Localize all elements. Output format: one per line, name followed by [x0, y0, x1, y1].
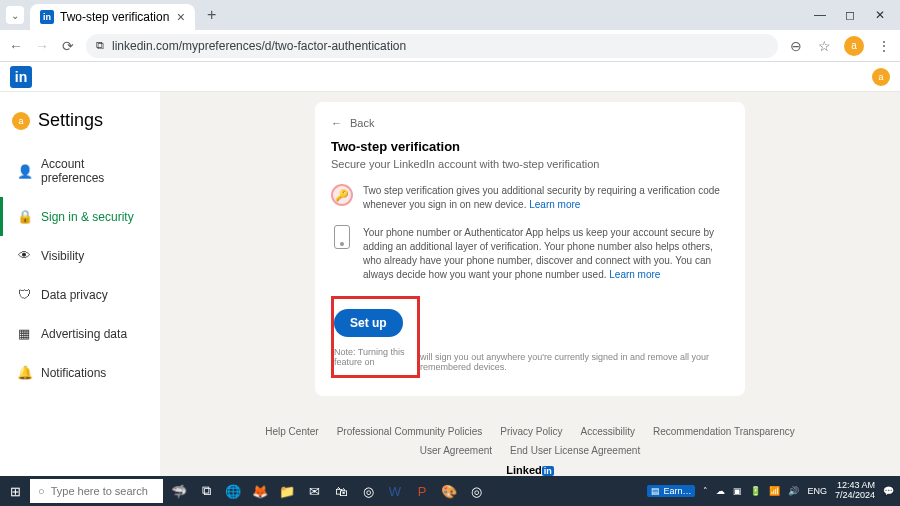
bookmark-icon[interactable]: ☆ — [816, 38, 832, 54]
back-icon[interactable]: ← — [8, 38, 24, 54]
sidebar-item-account-preferences[interactable]: 👤 Account preferences — [0, 145, 160, 197]
back-label: Back — [350, 117, 374, 129]
main-content: ← Back Two-step verification Secure your… — [160, 92, 900, 476]
news-widget[interactable]: ▤ Earn… — [647, 485, 695, 497]
person-icon: 👤 — [17, 164, 31, 179]
sidebar-item-label: Notifications — [41, 366, 106, 380]
powerpoint-icon[interactable]: P — [412, 481, 432, 501]
info-row-1: 🔑 Two step verification gives you additi… — [331, 184, 729, 212]
close-tab-icon[interactable]: × — [177, 9, 185, 25]
forward-icon[interactable]: → — [34, 38, 50, 54]
taskbar-search[interactable]: ○ Type here to search — [30, 479, 163, 503]
taskbar-apps: 🦈 ⧉ 🌐 🦊 📁 ✉ 🛍 ◎ W P 🎨 ◎ — [169, 481, 486, 501]
page-footer: Help Center Professional Community Polic… — [180, 396, 880, 476]
two-step-card: ← Back Two-step verification Secure your… — [315, 102, 745, 396]
volume-icon[interactable]: 🔊 — [788, 486, 799, 496]
sidebar-item-signin-security[interactable]: 🔒 Sign in & security — [0, 197, 160, 236]
battery-icon[interactable]: 🔋 — [750, 486, 761, 496]
page-title: Settings — [38, 110, 103, 131]
profile-avatar[interactable]: a — [844, 36, 864, 56]
wifi-icon[interactable]: 📶 — [769, 486, 780, 496]
linkedin-header: in a — [0, 62, 900, 92]
kebab-menu-icon[interactable]: ⋮ — [876, 38, 892, 54]
note-head: Note: Turning this feature on — [334, 347, 405, 367]
info-text-1: Two step verification gives you addition… — [363, 184, 729, 212]
sidebar-item-visibility[interactable]: 👁 Visibility — [0, 236, 160, 275]
sidebar-item-label: Sign in & security — [41, 210, 134, 224]
footer-link[interactable]: Privacy Policy — [500, 426, 562, 437]
learn-more-link-1[interactable]: Learn more — [529, 199, 580, 210]
lock-icon: 🔒 — [17, 209, 31, 224]
info-row-2: Your phone number or Authenticator App h… — [331, 226, 729, 282]
setup-button[interactable]: Set up — [334, 309, 403, 337]
task-view-icon[interactable]: ⧉ — [196, 481, 216, 501]
zoom-icon[interactable]: ⊖ — [788, 38, 804, 54]
footer-row-2: User Agreement End User License Agreemen… — [180, 445, 880, 456]
linkedin-logo[interactable]: in — [10, 66, 32, 88]
footer-brand: Linkedin — [180, 464, 880, 476]
footer-link[interactable]: Help Center — [265, 426, 318, 437]
back-link[interactable]: ← Back — [331, 117, 729, 129]
search-icon: ○ — [38, 485, 45, 497]
minimize-icon[interactable]: — — [812, 8, 828, 22]
browser-toolbar: ← → ⟳ ⧉ linkedin.com/mypreferences/d/two… — [0, 30, 900, 62]
info-text-2: Your phone number or Authenticator App h… — [363, 226, 729, 282]
eye-icon: 👁 — [17, 248, 31, 263]
sidebar-item-notifications[interactable]: 🔔 Notifications — [0, 353, 160, 392]
taskbar-clock[interactable]: 12:43 AM 7/24/2024 — [835, 481, 875, 501]
close-window-icon[interactable]: ✕ — [872, 8, 888, 22]
settings-heading: a Settings — [0, 110, 160, 145]
chrome-icon-1[interactable]: ◎ — [358, 481, 378, 501]
sidebar-item-label: Visibility — [41, 249, 84, 263]
footer-link[interactable]: User Agreement — [420, 445, 492, 456]
edge-icon[interactable]: 🌐 — [223, 481, 243, 501]
newspaper-icon: ▦ — [17, 326, 31, 341]
footer-link[interactable]: End User License Agreement — [510, 445, 640, 456]
site-info-icon[interactable]: ⧉ — [96, 39, 104, 52]
paint-icon[interactable]: 🎨 — [439, 481, 459, 501]
window-controls: — ◻ ✕ — [812, 8, 894, 22]
language-indicator[interactable]: ENG — [807, 486, 827, 496]
url-text: linkedin.com/mypreferences/d/two-factor-… — [112, 39, 406, 53]
firefox-icon[interactable]: 🦊 — [250, 481, 270, 501]
footer-link[interactable]: Accessibility — [581, 426, 635, 437]
shark-icon[interactable]: 🦈 — [169, 481, 189, 501]
chrome-icon-2[interactable]: ◎ — [466, 481, 486, 501]
sidebar-item-label: Data privacy — [41, 288, 108, 302]
start-button[interactable]: ⊞ — [0, 476, 30, 506]
sidebar-item-advertising-data[interactable]: ▦ Advertising data — [0, 314, 160, 353]
meet-icon[interactable]: ▣ — [733, 486, 742, 496]
taskbar-tray: ▤ Earn… ˄ ☁ ▣ 🔋 📶 🔊 ENG 12:43 AM 7/24/20… — [647, 481, 900, 501]
footer-link[interactable]: Professional Community Policies — [337, 426, 483, 437]
footer-link[interactable]: Recommendation Transparency — [653, 426, 795, 437]
maximize-icon[interactable]: ◻ — [842, 8, 858, 22]
word-icon[interactable]: W — [385, 481, 405, 501]
footer-row-1: Help Center Professional Community Polic… — [180, 426, 880, 437]
phone-icon — [331, 226, 353, 248]
notifications-icon[interactable]: 💬 — [883, 486, 894, 496]
highlight-box: Set up Note: Turning this feature on — [331, 296, 420, 378]
reload-icon[interactable]: ⟳ — [60, 38, 76, 54]
address-bar[interactable]: ⧉ linkedin.com/mypreferences/d/two-facto… — [86, 34, 778, 58]
mail-icon[interactable]: ✉ — [304, 481, 324, 501]
key-icon: 🔑 — [331, 184, 353, 206]
tab-dropdown[interactable]: ⌄ — [6, 6, 24, 24]
highlighted-region: Set up Note: Turning this feature on wil… — [331, 296, 729, 378]
learn-more-link-2[interactable]: Learn more — [609, 269, 660, 280]
page-body: a Settings 👤 Account preferences 🔒 Sign … — [0, 92, 900, 476]
onedrive-icon[interactable]: ☁ — [716, 486, 725, 496]
store-icon[interactable]: 🛍 — [331, 481, 351, 501]
search-placeholder: Type here to search — [51, 485, 148, 497]
new-tab-button[interactable]: + — [201, 6, 222, 24]
tab-title: Two-step verification — [60, 10, 169, 24]
linkedin-avatar[interactable]: a — [872, 68, 890, 86]
tray-chevron-icon[interactable]: ˄ — [703, 486, 708, 496]
card-title: Two-step verification — [331, 139, 729, 154]
browser-tab[interactable]: in Two-step verification × — [30, 4, 195, 30]
settings-sidebar: a Settings 👤 Account preferences 🔒 Sign … — [0, 92, 160, 476]
note-tail: will sign you out anywhere you're curren… — [420, 352, 729, 372]
sidebar-item-data-privacy[interactable]: 🛡 Data privacy — [0, 275, 160, 314]
linkedin-favicon: in — [40, 10, 54, 24]
files-icon[interactable]: 📁 — [277, 481, 297, 501]
clock-date: 7/24/2024 — [835, 491, 875, 501]
